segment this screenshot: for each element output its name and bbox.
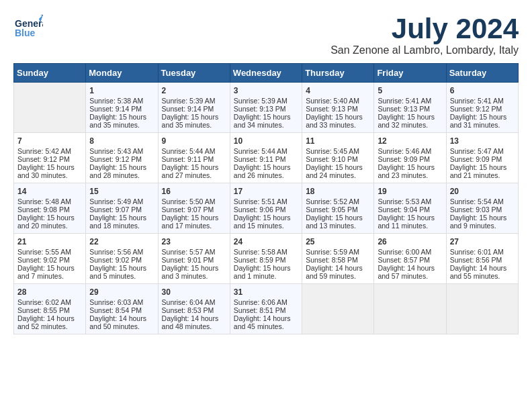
sunset-text: Sunset: 9:14 PM <box>89 105 154 113</box>
location-subtitle: San Zenone al Lambro, Lombardy, Italy <box>330 44 519 56</box>
sunset-text: Sunset: 9:09 PM <box>378 155 442 163</box>
daylight-text: Daylight: 14 hours and 48 minutes. <box>162 314 226 330</box>
day-number: 5 <box>378 86 442 95</box>
daylight-text: Daylight: 15 hours and 7 minutes. <box>17 264 82 280</box>
sunrise-text: Sunrise: 6:03 AM <box>89 298 154 306</box>
sunrise-text: Sunrise: 5:59 AM <box>306 248 370 256</box>
logo: General Blue <box>13 13 43 43</box>
calendar-cell: 22Sunrise: 5:56 AMSunset: 9:02 PMDayligh… <box>86 234 158 284</box>
calendar-cell: 1Sunrise: 5:38 AMSunset: 9:14 PMDaylight… <box>86 83 158 133</box>
daylight-text: Daylight: 15 hours and 20 minutes. <box>17 214 82 230</box>
sunset-text: Sunset: 9:11 PM <box>234 155 298 163</box>
sunset-text: Sunset: 9:03 PM <box>450 205 515 214</box>
sunrise-text: Sunrise: 5:38 AM <box>89 97 154 105</box>
title-block: July 2024 San Zenone al Lambro, Lombardy… <box>330 13 519 56</box>
calendar-cell: 14Sunrise: 5:48 AMSunset: 9:08 PMDayligh… <box>14 183 86 234</box>
sunrise-text: Sunrise: 5:53 AM <box>378 197 442 205</box>
calendar-cell: 9Sunrise: 5:44 AMSunset: 9:11 PMDaylight… <box>158 133 230 183</box>
calendar-cell <box>302 284 374 334</box>
daylight-text: Daylight: 14 hours and 59 minutes. <box>306 264 370 280</box>
sunrise-text: Sunrise: 5:57 AM <box>162 248 226 256</box>
calendar-cell <box>446 284 518 334</box>
svg-text:Blue: Blue <box>15 28 36 38</box>
daylight-text: Daylight: 15 hours and 5 minutes. <box>89 264 154 280</box>
day-number: 20 <box>450 187 515 196</box>
sunrise-text: Sunrise: 5:55 AM <box>17 248 82 256</box>
sunrise-text: Sunrise: 6:01 AM <box>450 248 515 256</box>
day-number: 16 <box>162 187 226 196</box>
weekday-header-saturday: Saturday <box>446 64 518 83</box>
sunset-text: Sunset: 9:02 PM <box>89 256 154 264</box>
daylight-text: Daylight: 15 hours and 32 minutes. <box>378 113 442 129</box>
calendar-cell: 4Sunrise: 5:40 AMSunset: 9:13 PMDaylight… <box>302 83 374 133</box>
day-number: 17 <box>234 187 298 196</box>
day-number: 26 <box>378 237 442 246</box>
sunrise-text: Sunrise: 5:50 AM <box>162 197 226 205</box>
weekday-header-friday: Friday <box>374 64 446 83</box>
calendar-week-2: 7Sunrise: 5:42 AMSunset: 9:12 PMDaylight… <box>14 133 519 183</box>
sunrise-text: Sunrise: 5:58 AM <box>234 248 298 256</box>
sunset-text: Sunset: 9:12 PM <box>450 105 515 113</box>
calendar-cell: 21Sunrise: 5:55 AMSunset: 9:02 PMDayligh… <box>14 234 86 284</box>
daylight-text: Daylight: 15 hours and 34 minutes. <box>234 113 298 129</box>
sunset-text: Sunset: 9:08 PM <box>17 205 82 214</box>
sunrise-text: Sunrise: 5:40 AM <box>306 97 370 105</box>
weekday-header-sunday: Sunday <box>14 64 86 83</box>
weekday-header-monday: Monday <box>86 64 158 83</box>
daylight-text: Daylight: 15 hours and 15 minutes. <box>234 214 298 230</box>
sunrise-text: Sunrise: 5:54 AM <box>450 197 515 205</box>
sunset-text: Sunset: 9:13 PM <box>378 105 442 113</box>
day-number: 9 <box>162 136 226 146</box>
calendar-cell: 19Sunrise: 5:53 AMSunset: 9:04 PMDayligh… <box>374 183 446 234</box>
sunrise-text: Sunrise: 5:47 AM <box>450 147 515 155</box>
day-number: 21 <box>17 237 82 246</box>
calendar-cell: 23Sunrise: 5:57 AMSunset: 9:01 PMDayligh… <box>158 234 230 284</box>
sunrise-text: Sunrise: 5:43 AM <box>89 147 154 155</box>
calendar-cell: 16Sunrise: 5:50 AMSunset: 9:07 PMDayligh… <box>158 183 230 234</box>
daylight-text: Daylight: 15 hours and 35 minutes. <box>162 113 226 129</box>
sunset-text: Sunset: 9:10 PM <box>306 155 370 163</box>
daylight-text: Daylight: 15 hours and 11 minutes. <box>378 214 442 230</box>
weekday-header-tuesday: Tuesday <box>158 64 230 83</box>
sunset-text: Sunset: 8:56 PM <box>450 256 515 264</box>
sunset-text: Sunset: 9:14 PM <box>162 105 226 113</box>
daylight-text: Daylight: 15 hours and 33 minutes. <box>306 113 370 129</box>
calendar-cell: 28Sunrise: 6:02 AMSunset: 8:55 PMDayligh… <box>14 284 86 334</box>
daylight-text: Daylight: 14 hours and 50 minutes. <box>89 314 154 330</box>
daylight-text: Daylight: 14 hours and 45 minutes. <box>234 314 298 330</box>
daylight-text: Daylight: 15 hours and 1 minute. <box>234 264 298 280</box>
day-number: 11 <box>306 136 370 146</box>
sunset-text: Sunset: 8:57 PM <box>378 256 442 264</box>
calendar-cell: 30Sunrise: 6:04 AMSunset: 8:53 PMDayligh… <box>158 284 230 334</box>
sunrise-text: Sunrise: 5:39 AM <box>162 97 226 105</box>
sunset-text: Sunset: 9:07 PM <box>162 205 226 214</box>
day-number: 23 <box>162 237 226 246</box>
daylight-text: Daylight: 15 hours and 26 minutes. <box>234 163 298 179</box>
day-number: 25 <box>306 237 370 246</box>
sunset-text: Sunset: 8:58 PM <box>306 256 370 264</box>
calendar-week-3: 14Sunrise: 5:48 AMSunset: 9:08 PMDayligh… <box>14 183 519 234</box>
sunrise-text: Sunrise: 6:02 AM <box>17 298 82 306</box>
calendar-cell: 5Sunrise: 5:41 AMSunset: 9:13 PMDaylight… <box>374 83 446 133</box>
daylight-text: Daylight: 14 hours and 55 minutes. <box>450 264 515 280</box>
calendar-week-1: 1Sunrise: 5:38 AMSunset: 9:14 PMDaylight… <box>14 83 519 133</box>
calendar-cell: 11Sunrise: 5:45 AMSunset: 9:10 PMDayligh… <box>302 133 374 183</box>
calendar-cell: 7Sunrise: 5:42 AMSunset: 9:12 PMDaylight… <box>14 133 86 183</box>
sunset-text: Sunset: 9:13 PM <box>234 105 298 113</box>
calendar-cell <box>14 83 86 133</box>
calendar-cell: 18Sunrise: 5:52 AMSunset: 9:05 PMDayligh… <box>302 183 374 234</box>
sunset-text: Sunset: 9:12 PM <box>89 155 154 163</box>
sunset-text: Sunset: 9:13 PM <box>306 105 370 113</box>
daylight-text: Daylight: 15 hours and 17 minutes. <box>162 214 226 230</box>
day-number: 31 <box>234 287 298 297</box>
day-number: 2 <box>162 86 226 95</box>
sunrise-text: Sunrise: 5:45 AM <box>306 147 370 155</box>
daylight-text: Daylight: 15 hours and 9 minutes. <box>450 214 515 230</box>
calendar-cell <box>374 284 446 334</box>
calendar-cell: 2Sunrise: 5:39 AMSunset: 9:14 PMDaylight… <box>158 83 230 133</box>
daylight-text: Daylight: 14 hours and 57 minutes. <box>378 264 442 280</box>
daylight-text: Daylight: 15 hours and 23 minutes. <box>378 163 442 179</box>
sunrise-text: Sunrise: 5:56 AM <box>89 248 154 256</box>
sunrise-text: Sunrise: 5:48 AM <box>17 197 82 205</box>
daylight-text: Daylight: 15 hours and 13 minutes. <box>306 214 370 230</box>
